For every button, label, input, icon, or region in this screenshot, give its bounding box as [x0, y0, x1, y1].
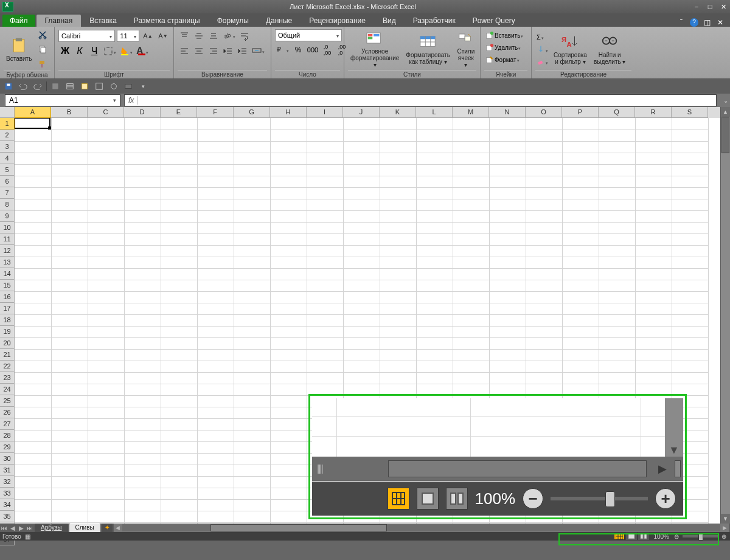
autosum-button[interactable]: Σ: [535, 31, 549, 43]
comma-button[interactable]: 000: [306, 43, 319, 57]
tab-view[interactable]: Вид: [374, 15, 405, 27]
align-bottom-button[interactable]: [207, 29, 220, 43]
increase-indent-button[interactable]: [236, 44, 249, 58]
delete-cells-button[interactable]: Удалить: [484, 41, 527, 54]
vscroll-thumb[interactable]: [721, 117, 729, 153]
increase-font-button[interactable]: A▲: [141, 29, 155, 43]
minimize-button[interactable]: −: [690, 1, 703, 12]
tab-data[interactable]: Данные: [257, 15, 301, 27]
formula-input[interactable]: [138, 96, 716, 105]
percent-button[interactable]: %: [291, 43, 305, 57]
align-top-button[interactable]: [178, 29, 191, 43]
format-as-table-button[interactable]: Форматироватькак таблицу ▾: [403, 29, 453, 69]
horizontal-scrollbar[interactable]: ◀ ▶: [114, 524, 729, 532]
paste-button[interactable]: Вставить: [4, 29, 34, 69]
currency-button[interactable]: ₽: [275, 43, 290, 55]
insert-cells-button[interactable]: Вставить: [484, 29, 527, 41]
qat-customize-icon[interactable]: ▾: [137, 80, 149, 92]
sheet-nav-last-icon[interactable]: ⏭: [26, 525, 34, 531]
increase-decimal-button[interactable]: ,0,00: [321, 43, 334, 57]
select-all-triangle[interactable]: [0, 107, 15, 118]
inset-view-page-layout-button[interactable]: [417, 488, 439, 510]
view-page-layout-button[interactable]: [626, 533, 637, 540]
qat-btn-9[interactable]: [122, 80, 134, 92]
vertical-scrollbar[interactable]: ▲ ▼: [720, 107, 730, 524]
zoom-in-button[interactable]: ⊕: [720, 533, 728, 540]
name-box[interactable]: A1▾: [5, 94, 120, 106]
hscroll-thumb[interactable]: [210, 524, 387, 531]
hscroll-left-icon[interactable]: ◀: [114, 525, 122, 531]
row-headers[interactable]: 1234567891011121314151617181920212223242…: [0, 118, 15, 524]
inset-vscroll[interactable]: ▼: [665, 398, 683, 457]
merge-button[interactable]: [251, 44, 266, 57]
qat-undo-icon[interactable]: [17, 80, 29, 92]
fx-icon[interactable]: fx: [125, 96, 138, 105]
scroll-down-icon[interactable]: ▼: [721, 514, 730, 524]
zoom-level[interactable]: 100%: [653, 533, 669, 540]
italic-button[interactable]: К: [73, 44, 86, 58]
zoom-slider[interactable]: [683, 535, 718, 538]
tab-formulas[interactable]: Формулы: [209, 15, 257, 27]
decrease-font-button[interactable]: A▼: [156, 29, 170, 43]
inset-view-page-break-button[interactable]: [446, 488, 468, 510]
macro-rec-icon[interactable]: ▦: [25, 533, 30, 540]
find-select-button[interactable]: Найти ивыделить ▾: [591, 29, 628, 69]
inset-zoom-in-button[interactable]: +: [655, 488, 676, 509]
font-size-combo[interactable]: 11: [117, 30, 139, 42]
sheet-nav-next-icon[interactable]: ▶: [17, 525, 26, 531]
help-icon[interactable]: ?: [690, 18, 698, 27]
sort-filter-button[interactable]: ЯA Сортировкаи фильтр ▾: [551, 29, 589, 69]
inset-view-normal-button[interactable]: [388, 488, 409, 510]
format-cells-button[interactable]: Формат: [484, 54, 527, 66]
wrap-text-button[interactable]: [238, 29, 251, 43]
qat-btn-7[interactable]: [93, 80, 105, 92]
inset-zoom-level[interactable]: 100%: [475, 489, 516, 508]
inset-zoom-slider[interactable]: [551, 497, 648, 500]
view-normal-button[interactable]: [614, 533, 625, 540]
orientation-button[interactable]: ab: [221, 29, 237, 41]
number-format-combo[interactable]: Общий: [275, 29, 342, 41]
close-button[interactable]: ✕: [717, 1, 730, 12]
inset-zoom-out-button[interactable]: −: [523, 488, 543, 509]
qat-btn-8[interactable]: [108, 80, 120, 92]
cell-styles-button[interactable]: Стилиячеек ▾: [454, 29, 478, 69]
inset-hscroll[interactable]: |||| ▶: [312, 457, 683, 481]
qat-save-icon[interactable]: [2, 80, 15, 92]
inner-close-icon[interactable]: ✕: [715, 18, 725, 27]
file-tab[interactable]: Файл: [2, 15, 35, 27]
inset-hscroll-right-icon[interactable]: ▶: [650, 462, 675, 475]
ribbon-minimize-icon[interactable]: ˆ: [676, 18, 686, 27]
font-color-button[interactable]: A: [135, 45, 150, 57]
qat-btn-5[interactable]: [64, 80, 76, 92]
column-headers[interactable]: ABCDEFGHIJKLMNOPQRS: [15, 107, 720, 118]
borders-button[interactable]: [102, 45, 117, 57]
tab-powerquery[interactable]: Power Query: [464, 15, 524, 27]
view-page-break-button[interactable]: [638, 533, 649, 540]
align-middle-button[interactable]: [192, 29, 206, 43]
conditional-formatting-button[interactable]: Условноеформатирование ▾: [348, 29, 401, 69]
bold-button[interactable]: Ж: [58, 44, 72, 58]
decrease-indent-button[interactable]: [221, 44, 235, 58]
tab-developer[interactable]: Разработчик: [405, 15, 464, 27]
sheet-nav-first-icon[interactable]: ⏮: [0, 525, 9, 531]
tab-home[interactable]: Главная: [36, 15, 82, 27]
fill-color-button[interactable]: [119, 45, 134, 57]
cut-button[interactable]: [36, 28, 49, 41]
zoom-out-button[interactable]: ⊖: [673, 533, 680, 540]
scroll-up-icon[interactable]: ▲: [721, 107, 730, 117]
tab-review[interactable]: Рецензирование: [301, 15, 374, 27]
maximize-button[interactable]: □: [703, 1, 717, 12]
align-right-button[interactable]: [207, 44, 220, 58]
new-sheet-button[interactable]: ✦: [102, 524, 113, 532]
qat-btn-6[interactable]: [78, 80, 91, 92]
inner-restore-icon[interactable]: ◫: [702, 18, 712, 27]
copy-button[interactable]: [36, 43, 49, 56]
tab-insert[interactable]: Вставка: [81, 15, 125, 27]
clear-button[interactable]: [535, 55, 549, 67]
align-left-button[interactable]: [178, 44, 191, 58]
qat-btn-4[interactable]: [49, 80, 61, 92]
sheet-nav-prev-icon[interactable]: ◀: [9, 525, 17, 531]
tab-page-layout[interactable]: Разметка страницы: [125, 15, 209, 27]
align-center-button[interactable]: [192, 44, 206, 58]
font-name-combo[interactable]: Calibri: [58, 30, 115, 42]
